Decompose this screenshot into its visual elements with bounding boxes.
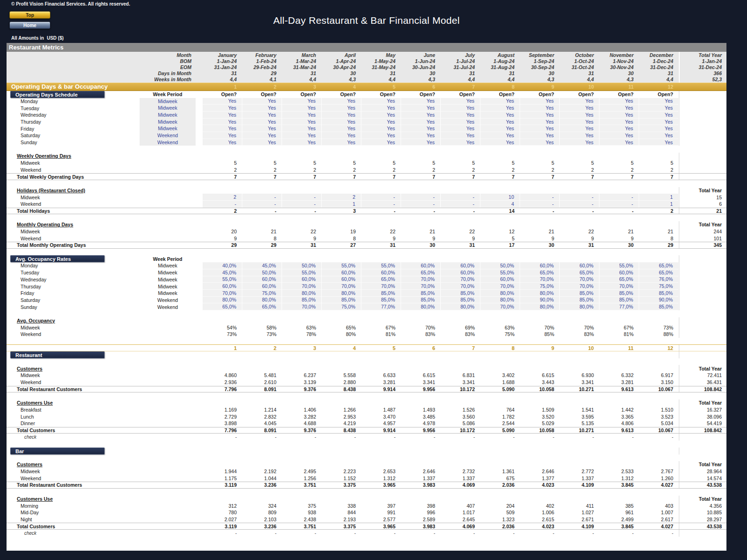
input-value-cell[interactable]: 85,0%	[599, 290, 639, 297]
input-value-cell[interactable]: 65,0%	[599, 276, 639, 283]
input-value-cell[interactable]: Yes	[401, 112, 441, 119]
input-value-cell[interactable]: 85,0%	[361, 297, 401, 304]
input-value-cell[interactable]: 60,0%	[401, 262, 441, 269]
input-value-cell[interactable]: Yes	[282, 125, 322, 132]
input-value-cell[interactable]: Yes	[322, 139, 361, 146]
input-value-cell[interactable]: 70,0%	[203, 290, 242, 297]
input-value-cell[interactable]: 75,0%	[242, 290, 282, 297]
input-value-cell[interactable]: Yes	[282, 132, 322, 139]
input-value-cell[interactable]: 70,0%	[560, 276, 599, 283]
input-value-cell[interactable]: 55,0%	[599, 262, 639, 269]
input-value-cell[interactable]: Yes	[203, 112, 242, 119]
input-value-cell[interactable]: 1	[639, 194, 679, 201]
input-value-cell[interactable]: 80,0%	[520, 303, 560, 310]
input-value-cell[interactable]: 70,0%	[560, 283, 599, 290]
input-value-cell[interactable]: Yes	[560, 105, 599, 112]
input-value-cell[interactable]: 70,0%	[361, 283, 401, 290]
input-value-cell[interactable]: 60,0%	[560, 262, 599, 269]
input-value-cell[interactable]: -	[401, 194, 441, 201]
input-value-cell[interactable]: -	[560, 194, 599, 201]
input-value-cell[interactable]: Yes	[441, 112, 480, 119]
input-value-cell[interactable]: 80,0%	[203, 297, 242, 304]
input-value-cell[interactable]: 1	[322, 201, 361, 208]
input-value-cell[interactable]: 60,0%	[441, 262, 480, 269]
input-value-cell[interactable]: 2	[322, 194, 361, 201]
input-value-cell[interactable]: Yes	[203, 139, 242, 146]
input-value-cell[interactable]: Yes	[361, 112, 401, 119]
input-value-cell[interactable]: Yes	[242, 119, 282, 126]
input-value-cell[interactable]: -	[441, 194, 480, 201]
input-value-cell[interactable]: 60,0%	[282, 276, 322, 283]
input-value-cell[interactable]: -	[282, 194, 322, 201]
input-value-cell[interactable]: 2	[203, 194, 242, 201]
input-value-cell[interactable]: 10	[480, 194, 520, 201]
input-value-cell[interactable]: -	[441, 201, 480, 208]
input-value-cell[interactable]: Yes	[520, 119, 560, 126]
input-value-cell[interactable]: Yes	[401, 132, 441, 139]
input-value-cell[interactable]: -	[242, 194, 282, 201]
input-value-cell[interactable]: 40,0%	[203, 262, 242, 269]
input-value-cell[interactable]: 60,0%	[242, 283, 282, 290]
input-value-cell[interactable]: Yes	[480, 125, 520, 132]
input-value-cell[interactable]: Yes	[639, 105, 679, 112]
week-period-cell[interactable]: Midweek	[139, 125, 196, 132]
input-value-cell[interactable]: Yes	[401, 125, 441, 132]
input-value-cell[interactable]: 80,0%	[480, 297, 520, 304]
input-value-cell[interactable]: Yes	[322, 112, 361, 119]
input-value-cell[interactable]: 85,0%	[560, 297, 599, 304]
input-value-cell[interactable]: 85,0%	[401, 297, 441, 304]
input-value-cell[interactable]: Yes	[242, 125, 282, 132]
input-value-cell[interactable]: 65,0%	[520, 269, 560, 276]
input-value-cell[interactable]: 85,0%	[322, 297, 361, 304]
week-period-cell[interactable]: Midweek	[139, 105, 196, 112]
input-value-cell[interactable]: 80,0%	[242, 297, 282, 304]
input-value-cell[interactable]: 65,0%	[361, 276, 401, 283]
input-value-cell[interactable]: Yes	[480, 132, 520, 139]
input-value-cell[interactable]: 85,0%	[599, 297, 639, 304]
input-value-cell[interactable]: Yes	[361, 139, 401, 146]
input-value-cell[interactable]: Yes	[599, 105, 639, 112]
input-value-cell[interactable]: 80,0%	[322, 290, 361, 297]
input-value-cell[interactable]: 50,0%	[282, 262, 322, 269]
input-value-cell[interactable]: 70,0%	[282, 303, 322, 310]
input-value-cell[interactable]: Yes	[441, 125, 480, 132]
input-value-cell[interactable]: Yes	[322, 119, 361, 126]
input-value-cell[interactable]: 85,0%	[639, 303, 679, 310]
input-value-cell[interactable]: -	[282, 201, 322, 208]
week-period-cell[interactable]: Midweek	[139, 112, 196, 119]
input-value-cell[interactable]: 90,0%	[639, 297, 679, 304]
input-value-cell[interactable]: -	[599, 194, 639, 201]
input-value-cell[interactable]: Yes	[242, 139, 282, 146]
input-value-cell[interactable]: 65,0%	[242, 303, 282, 310]
input-value-cell[interactable]: 60,0%	[361, 269, 401, 276]
input-value-cell[interactable]: Yes	[599, 119, 639, 126]
input-value-cell[interactable]: Yes	[282, 119, 322, 126]
input-value-cell[interactable]: Yes	[401, 98, 441, 105]
input-value-cell[interactable]: 1	[639, 201, 679, 208]
input-value-cell[interactable]: 80,0%	[480, 290, 520, 297]
input-value-cell[interactable]: Yes	[361, 119, 401, 126]
input-value-cell[interactable]: Yes	[441, 98, 480, 105]
week-period-cell[interactable]: Weekend	[139, 139, 196, 146]
input-value-cell[interactable]: Yes	[520, 112, 560, 119]
input-value-cell[interactable]: 60,0%	[520, 262, 560, 269]
input-value-cell[interactable]: 70,0%	[599, 283, 639, 290]
input-value-cell[interactable]: 70,0%	[401, 283, 441, 290]
input-value-cell[interactable]: 65,0%	[401, 269, 441, 276]
input-value-cell[interactable]: 80,0%	[282, 290, 322, 297]
input-value-cell[interactable]: 70,0%	[441, 276, 480, 283]
input-value-cell[interactable]: Yes	[203, 132, 242, 139]
input-value-cell[interactable]: Yes	[401, 119, 441, 126]
input-value-cell[interactable]: 60,0%	[441, 269, 480, 276]
input-value-cell[interactable]: 80,0%	[560, 303, 599, 310]
input-value-cell[interactable]: Yes	[361, 125, 401, 132]
input-value-cell[interactable]: 55,0%	[480, 269, 520, 276]
input-value-cell[interactable]: Yes	[560, 112, 599, 119]
input-value-cell[interactable]: 50,0%	[242, 269, 282, 276]
input-value-cell[interactable]: 80,0%	[401, 303, 441, 310]
input-value-cell[interactable]: Yes	[203, 125, 242, 132]
input-value-cell[interactable]: Yes	[639, 139, 679, 146]
input-value-cell[interactable]: 55,0%	[203, 276, 242, 283]
input-value-cell[interactable]: 60,0%	[322, 269, 361, 276]
input-value-cell[interactable]: Yes	[361, 105, 401, 112]
